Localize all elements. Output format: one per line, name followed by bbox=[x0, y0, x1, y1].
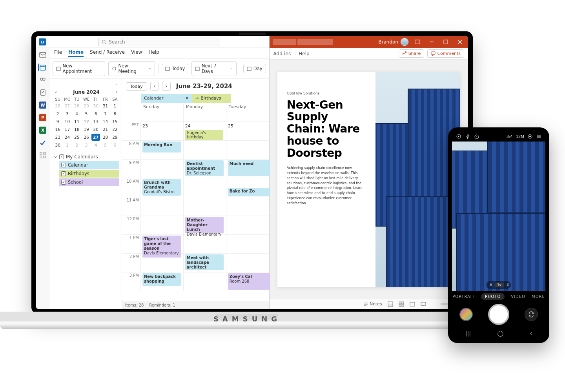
slide[interactable]: OptiFlow Solutions Next-Gen Supply Chain… bbox=[277, 72, 460, 287]
menu-view[interactable]: View bbox=[131, 49, 142, 57]
reading-view-icon[interactable] bbox=[410, 301, 415, 307]
more-apps-icon[interactable] bbox=[39, 151, 47, 159]
slot[interactable] bbox=[184, 197, 226, 216]
allday-tue[interactable]: 25 bbox=[226, 122, 269, 141]
new-appointment-button[interactable]: New Appointment bbox=[53, 61, 105, 76]
gallery-thumbnail[interactable] bbox=[459, 308, 473, 321]
slot[interactable]: Mother-Daughter LunchDavis Elementary bbox=[184, 216, 226, 235]
mini-cal-next-icon[interactable]: › bbox=[116, 89, 118, 95]
maximize-icon[interactable] bbox=[441, 38, 451, 46]
recents-button[interactable]: ||| bbox=[465, 330, 471, 336]
aspect-ratio-button[interactable]: 3:4 bbox=[507, 134, 513, 139]
slot[interactable] bbox=[184, 272, 226, 291]
new-meeting-button[interactable]: New Meeting bbox=[108, 61, 155, 76]
slot[interactable] bbox=[184, 141, 226, 160]
account-button[interactable]: Brandon bbox=[378, 38, 408, 46]
mini-cal-prev-icon[interactable]: ‹ bbox=[55, 89, 57, 95]
my-calendars-header[interactable]: My Calendars bbox=[53, 154, 119, 160]
slot[interactable]: Much need bbox=[226, 160, 269, 178]
mode-photo[interactable]: PHOTO bbox=[481, 293, 505, 300]
event-brunch[interactable]: Brunch with GrandmaGoodall's Bistro bbox=[142, 179, 181, 196]
event-much-needed[interactable]: Much need bbox=[228, 160, 270, 176]
calendar-icon[interactable] bbox=[38, 64, 46, 71]
allday-sun[interactable]: 23 bbox=[141, 122, 184, 141]
minimize-icon[interactable] bbox=[426, 38, 437, 46]
event-backpack[interactable]: New backpack shopping bbox=[142, 273, 181, 286]
slot[interactable] bbox=[226, 197, 269, 216]
mode-portrait[interactable]: PORTRAIT bbox=[452, 294, 475, 299]
slide-canvas[interactable]: OptiFlow Solutions Next-Gen Supply Chain… bbox=[270, 60, 468, 299]
checkbox-icon[interactable] bbox=[61, 171, 66, 176]
slot[interactable]: Bake for Zo bbox=[226, 178, 269, 197]
slot[interactable] bbox=[226, 216, 269, 235]
event-eugenias-birthday[interactable]: Eugenia's birthday bbox=[185, 130, 223, 140]
tab-addins[interactable]: Add-ins bbox=[273, 51, 291, 56]
menu-home[interactable]: Home bbox=[68, 49, 84, 57]
next-7-days-button[interactable]: Next 7 Days bbox=[191, 61, 236, 76]
checkbox-icon[interactable] bbox=[59, 154, 64, 159]
slot[interactable] bbox=[141, 254, 184, 272]
next-week-button[interactable]: › bbox=[162, 82, 171, 91]
share-button[interactable]: Share bbox=[399, 49, 425, 58]
slot[interactable]: Meet with landscape architect bbox=[184, 254, 226, 272]
slot[interactable] bbox=[226, 254, 269, 272]
mode-video[interactable]: VIDEO bbox=[511, 294, 525, 299]
zoom-1x[interactable]: 1x bbox=[494, 283, 504, 287]
slot[interactable] bbox=[226, 141, 269, 160]
slot[interactable]: Tiger's last game of the seasonDavis Ele… bbox=[141, 235, 184, 254]
slide-sorter-icon[interactable] bbox=[399, 301, 404, 307]
flash-icon[interactable] bbox=[465, 134, 470, 139]
slot[interactable]: Zoey's CalRoom 268 bbox=[226, 272, 269, 291]
close-icon[interactable] bbox=[455, 38, 465, 46]
excel-icon[interactable]: X bbox=[39, 126, 47, 134]
calendar-item-school[interactable]: School bbox=[59, 178, 119, 186]
calendar-item-birthdays[interactable]: Birthdays bbox=[59, 170, 119, 178]
zoom-out-button[interactable]: − bbox=[432, 301, 435, 307]
tasks-icon[interactable] bbox=[39, 89, 47, 96]
slot[interactable]: New backpack shopping bbox=[141, 272, 184, 291]
event-morning-run[interactable]: Morning Run bbox=[142, 142, 181, 152]
zoom-3x[interactable]: 3 bbox=[507, 283, 509, 287]
event-dentist[interactable]: Dentist appointmentDr. Selegson bbox=[185, 160, 224, 176]
todo-icon[interactable] bbox=[39, 139, 47, 147]
switch-camera-button[interactable] bbox=[525, 308, 538, 321]
tab-help[interactable]: Help bbox=[299, 51, 309, 56]
tab-calendar[interactable]: Calendar✕ bbox=[141, 94, 192, 103]
normal-view-icon[interactable] bbox=[388, 301, 393, 307]
gear-icon[interactable] bbox=[456, 134, 461, 139]
notes-button[interactable]: Notes bbox=[363, 301, 382, 307]
back-button[interactable]: ‹ bbox=[530, 330, 532, 336]
collapse-sidebar-icon[interactable]: ‹ bbox=[53, 82, 119, 87]
slot[interactable] bbox=[184, 235, 226, 254]
mode-more[interactable]: MORE bbox=[532, 294, 545, 299]
slideshow-icon[interactable] bbox=[421, 301, 426, 307]
resolution-button[interactable]: 12M bbox=[516, 134, 524, 139]
slot[interactable] bbox=[184, 178, 226, 197]
event-lunch[interactable]: Mother-Daughter LunchDavis Elementary bbox=[185, 217, 224, 233]
calendar-item-calendar[interactable]: Calendar bbox=[59, 161, 119, 169]
close-icon[interactable]: ✕ bbox=[185, 96, 189, 101]
mini-cal-grid[interactable]: 2627282930311234567891011121314151617181… bbox=[53, 102, 119, 149]
calendar-today-button[interactable]: Today bbox=[126, 82, 147, 91]
tab-birthdays[interactable]: →Birthdays bbox=[192, 94, 231, 103]
week-grid[interactable]: Sunday Monday Tuesday PST 23 24Eugenia's… bbox=[122, 103, 269, 301]
filters-icon[interactable] bbox=[536, 134, 541, 139]
camera-viewfinder[interactable]: .6 1x 3 bbox=[452, 142, 545, 291]
people-icon[interactable] bbox=[39, 76, 47, 84]
event-landscape[interactable]: Meet with landscape architect bbox=[185, 254, 224, 270]
shutter-button[interactable] bbox=[488, 304, 509, 325]
search-input[interactable]: Search bbox=[98, 38, 219, 46]
menu-help[interactable]: Help bbox=[148, 49, 159, 57]
slot[interactable]: Dentist appointmentDr. Selegson bbox=[184, 160, 226, 178]
checkbox-icon[interactable] bbox=[61, 180, 66, 185]
home-button[interactable]: ◯ bbox=[497, 330, 503, 336]
slot[interactable] bbox=[141, 216, 184, 235]
slot[interactable]: Morning Run bbox=[141, 141, 184, 160]
menu-send-receive[interactable]: Send / Receive bbox=[90, 49, 125, 57]
comments-button[interactable]: Comments bbox=[427, 49, 464, 58]
checkbox-icon[interactable] bbox=[61, 163, 66, 167]
slide-image[interactable] bbox=[375, 72, 460, 287]
allday-mon[interactable]: 24Eugenia's birthday bbox=[184, 122, 226, 141]
slot[interactable]: Brunch with GrandmaGoodall's Bistro bbox=[141, 178, 184, 197]
slide-text-block[interactable]: OptiFlow Solutions Next-Gen Supply Chain… bbox=[277, 72, 375, 287]
